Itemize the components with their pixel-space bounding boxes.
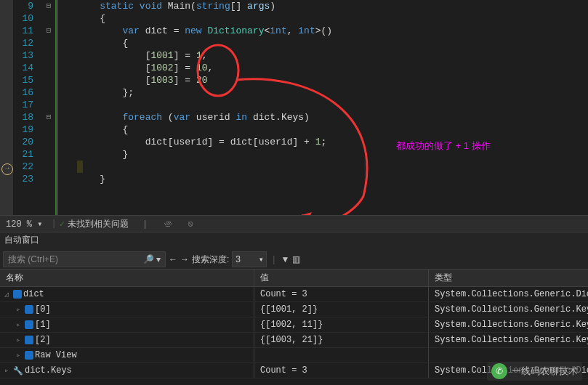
table-row[interactable]: ▹Raw View — [0, 348, 588, 363]
row-name: Raw View — [35, 350, 77, 360]
row-name: [1] — [35, 320, 51, 330]
cube-icon — [25, 320, 33, 329]
nav-prev-icon[interactable]: ← — [169, 254, 177, 264]
header-value[interactable]: 值 — [254, 270, 429, 286]
row-name: [2] — [35, 335, 51, 345]
code-editor[interactable]: → 91011121314151617181920212223 ⊟⊟⊟ stat… — [0, 0, 588, 215]
wrench-icon: 🔧 — [13, 366, 23, 376]
search-input[interactable]: 搜索 (Ctrl+E) 🔎 ▾ — [3, 251, 166, 267]
table-row[interactable]: ◿dictCount = 3System.Collections.Generic… — [0, 287, 588, 302]
autos-panel-title: 自动窗口 — [0, 232, 588, 250]
annotation-text: 都成功的做了 + 1 操作 — [396, 139, 491, 153]
expander-icon[interactable]: ▹ — [16, 320, 23, 329]
nav-next-icon[interactable]: → — [180, 254, 189, 264]
breakpoint-icon[interactable]: → — [1, 163, 13, 175]
cube-icon — [25, 305, 33, 314]
watermark: ✆ 一线码农聊技术 — [487, 362, 582, 381]
row-value: Count = 3 — [254, 363, 429, 378]
status-tools[interactable]: | ಄ ⎋ — [129, 219, 193, 230]
row-value: Count = 3 — [254, 287, 429, 301]
filter-icon[interactable]: ▼ — [281, 254, 289, 264]
depth-label: 搜索深度: — [192, 254, 229, 266]
header-name[interactable]: 名称 — [0, 270, 254, 286]
expander-icon[interactable]: ▹ — [16, 336, 23, 344]
row-name: dict — [23, 289, 44, 299]
depth-select[interactable]: 3▾ — [232, 251, 267, 267]
table-row[interactable]: ▹[0]{[1001, 2]}System.Collections.Generi… — [0, 302, 588, 317]
row-value — [254, 348, 429, 362]
fold-gutter[interactable]: ⊟⊟⊟ — [42, 0, 55, 215]
autos-header: 名称 值 类型 — [0, 269, 588, 287]
row-value: {[1001, 2]} — [254, 302, 429, 317]
expander-icon[interactable]: ◿ — [4, 290, 12, 299]
table-row[interactable]: ▹[1]{[1002, 11]}System.Collections.Gener… — [0, 317, 588, 333]
cube-icon — [25, 351, 33, 360]
zoom-level[interactable]: 120 % ▾ — [0, 219, 48, 230]
row-type: System.Collections.Generic.KeyValuePair — [429, 302, 588, 317]
row-type — [429, 348, 588, 362]
status-text: 未找到相关问题 — [68, 218, 129, 230]
table-row[interactable]: ▹[2]{[1003, 21]}System.Collections.Gener… — [0, 333, 588, 348]
header-type[interactable]: 类型 — [429, 270, 588, 286]
row-type: System.Collections.Generic.Dictionary — [429, 287, 588, 301]
row-type: System.Collections.Generic.KeyValuePair — [429, 333, 588, 347]
row-name: dict.Keys — [25, 365, 72, 376]
row-value: {[1002, 11]} — [254, 317, 429, 332]
cube-icon — [25, 336, 33, 344]
row-name: [0] — [35, 304, 51, 315]
breakpoint-gutter[interactable]: → — [0, 0, 13, 215]
row-value: {[1003, 21]} — [254, 333, 429, 347]
column-icon[interactable]: ▥ — [292, 254, 300, 264]
status-ok-icon: ✓ — [60, 219, 68, 230]
wechat-icon: ✆ — [491, 363, 507, 379]
expander-icon[interactable]: ▹ — [16, 351, 23, 360]
expander-icon[interactable]: ▹ — [16, 305, 23, 314]
code-area[interactable]: static void Main(string[] args) { var di… — [55, 0, 332, 215]
expander-icon[interactable]: ▹ — [4, 366, 12, 375]
search-icon[interactable]: 🔎 ▾ — [143, 254, 161, 264]
editor-status-bar: 120 % ▾ | ✓ 未找到相关问题 | ಄ ⎋ — [0, 215, 588, 232]
cube-icon — [13, 290, 22, 299]
row-type: System.Collections.Generic.KeyValuePair — [429, 317, 588, 332]
autos-toolbar: 搜索 (Ctrl+E) 🔎 ▾ ← → 搜索深度: 3▾ | ▼ ▥ — [0, 250, 588, 269]
